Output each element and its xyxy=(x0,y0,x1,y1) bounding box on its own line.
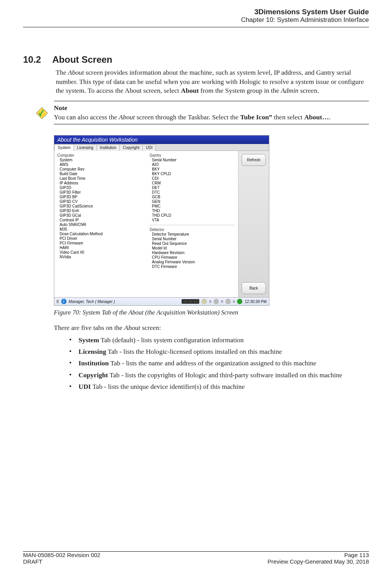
subtext-intro: There are five tabs on the About screen: xyxy=(54,323,369,333)
info-row: DTC xyxy=(150,190,235,195)
section-title: About Screen xyxy=(52,54,112,65)
info-row: Analog Firmware Version xyxy=(150,260,235,264)
footer-page-number: Page 113 xyxy=(344,552,369,558)
tab-licensing[interactable]: Licensing xyxy=(73,144,97,151)
info-row: Build Date xyxy=(57,172,143,176)
about-screen-figure: About the Acquisition Workstation System… xyxy=(54,135,269,306)
info-row: GIP3D Enh xyxy=(57,209,143,213)
info-row: PMC xyxy=(150,204,235,209)
tabs-description-list: System Tab (default) - lists system conf… xyxy=(69,335,369,392)
status-bar: 0 i Manager, Tech ( Manager ) -- : -- 0 … xyxy=(54,297,269,305)
status-icon-1[interactable] xyxy=(202,299,207,304)
header-separator xyxy=(23,27,369,27)
refresh-button[interactable]: Refresh xyxy=(242,154,266,166)
window-titlebar: About the Acquisition Workstation xyxy=(54,136,269,144)
footer-doc-id: MAN-05085-002 Revision 002 xyxy=(23,552,100,558)
info-row: Auto SNR/CNR xyxy=(57,223,143,227)
note-header: Note xyxy=(54,104,67,112)
info-row: CPU Firmware xyxy=(150,255,235,260)
info-row: Serial Number xyxy=(150,158,235,162)
list-item: System Tab (default) - lists system conf… xyxy=(69,335,369,345)
status-zero: 0 xyxy=(57,300,59,304)
status-count-2: 0 xyxy=(221,300,223,303)
tab-system[interactable]: System xyxy=(54,144,74,151)
page-header: 3Dimensions System User Guide Chapter 10… xyxy=(23,8,369,25)
info-row: BKY CPLD xyxy=(150,172,235,176)
info-row: Dose Calculation Method xyxy=(57,232,143,236)
list-item: Copyright Tab - lists the copyrights of … xyxy=(69,370,369,380)
clock-display: -- : -- xyxy=(182,299,199,304)
chapter-title: Chapter 10: System Administration Interf… xyxy=(23,16,369,24)
tab-institution[interactable]: Institution xyxy=(97,144,120,151)
info-row: IP Address xyxy=(57,181,143,186)
info-row: AWS xyxy=(57,162,143,167)
info-row: DET xyxy=(150,186,235,190)
tab-udi[interactable]: UDI xyxy=(142,144,156,151)
intro-paragraph: The About screen provides information ab… xyxy=(56,68,369,95)
info-row: CRM xyxy=(150,181,235,186)
note-separator-top xyxy=(54,101,369,101)
info-row: Computer Rev xyxy=(57,167,143,172)
status-time: 12:30:38 PM xyxy=(245,300,267,304)
info-row: Hardware Revision xyxy=(150,251,235,255)
note-icon xyxy=(35,104,49,122)
info-row: AIO xyxy=(150,162,235,167)
back-button[interactable]: Back xyxy=(242,282,266,294)
info-row: GIP3D CV xyxy=(57,199,143,204)
computer-group-label: Computer xyxy=(57,153,143,157)
info-icon[interactable]: i xyxy=(61,299,67,304)
info-row: Video Card #0 xyxy=(57,250,143,255)
gantry-detector-column: Gantry Serial Number AIO BKY BKY CPLD CD… xyxy=(150,153,235,295)
info-row: Read Out Sequence xyxy=(150,241,235,246)
info-row: GEN xyxy=(150,199,235,204)
list-item: Institution Tab - lists the name and add… xyxy=(69,358,369,368)
info-row: GIP3D CadScience xyxy=(57,204,143,209)
info-row: PCI Firmware xyxy=(57,241,143,246)
info-row: GIP3D Filter xyxy=(57,190,143,195)
status-icon-4[interactable] xyxy=(237,299,242,304)
info-row: DTC Firmware xyxy=(150,264,235,269)
list-item: Licensing Tab - lists the Hologic-licens… xyxy=(69,346,369,356)
info-row: Serial Number xyxy=(150,237,235,241)
info-row: BKY xyxy=(150,167,235,172)
list-item: UDI Tab - lists the unique device identi… xyxy=(69,382,369,392)
detector-group-label: Detector xyxy=(150,228,235,232)
footer-date: Preview Copy-Generated May 30, 2018 xyxy=(268,558,369,565)
info-row: GIP2D xyxy=(57,186,143,190)
info-row: Model Id xyxy=(150,246,235,251)
info-row: THD xyxy=(150,209,235,213)
info-row: VTA xyxy=(150,218,235,223)
info-row: GCB xyxy=(150,195,235,199)
section-number: 10.2 xyxy=(23,54,51,65)
info-row: NVidia xyxy=(57,255,143,259)
info-row: System xyxy=(57,158,143,162)
status-count-1: 0 xyxy=(209,300,211,303)
note-separator-bottom xyxy=(54,124,369,124)
info-row: Last Boot Time xyxy=(57,176,143,181)
info-row: Detector Temperature xyxy=(150,232,235,237)
status-user: Manager, Tech ( Manager ) xyxy=(69,300,115,304)
status-icon-2[interactable] xyxy=(214,299,219,304)
doc-title: 3Dimensions System User Guide xyxy=(23,8,369,16)
figure-caption: Figure 70: System Tab of the About (the … xyxy=(54,309,369,316)
info-row: PCI Driver xyxy=(57,236,143,241)
status-icon-3[interactable] xyxy=(225,299,231,304)
tab-bar: SystemLicensingInstitutionCopyrightUDI xyxy=(54,144,269,151)
info-row: GIP3D BP xyxy=(57,195,143,199)
gantry-group-label: Gantry xyxy=(150,153,235,157)
computer-column: Computer System AWS Computer Rev Build D… xyxy=(57,153,143,295)
info-row: GIP3D GCal xyxy=(57,213,143,218)
page-footer: MAN-05085-002 Revision 002 Page 113 DRAF… xyxy=(23,551,369,565)
info-row: HARI xyxy=(57,246,143,250)
footer-draft-label: DRAFT xyxy=(23,558,42,565)
info-row: M35 xyxy=(57,227,143,232)
status-count-3: 0 xyxy=(233,300,235,303)
note-text: Note You can also access the About scree… xyxy=(54,104,330,122)
info-row: THD CPLD xyxy=(150,213,235,218)
info-row: CDI xyxy=(150,176,235,181)
section-heading: 10.2 About Screen xyxy=(56,54,369,65)
info-row: Contrast IP xyxy=(57,218,143,223)
tab-copyright[interactable]: Copyright xyxy=(119,144,143,151)
